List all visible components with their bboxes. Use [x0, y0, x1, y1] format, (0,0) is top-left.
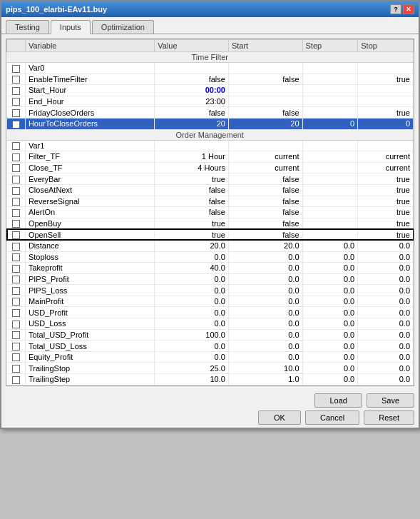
- variable-stop[interactable]: [358, 63, 414, 74]
- variable-stop[interactable]: current: [358, 162, 414, 173]
- variable-step[interactable]: [302, 229, 358, 241]
- variable-value[interactable]: 0.0: [155, 318, 229, 330]
- variable-checkbox[interactable]: [12, 353, 20, 361]
- variable-start[interactable]: [228, 140, 302, 151]
- variable-start[interactable]: false: [228, 74, 302, 85]
- checkbox-cell[interactable]: [7, 196, 26, 207]
- inputs-table-container[interactable]: Variable Value Start Step Stop Time Filt…: [6, 39, 414, 386]
- variable-value[interactable]: 0.0: [155, 341, 229, 352]
- variable-stop[interactable]: true: [358, 184, 414, 196]
- checkbox-cell[interactable]: [7, 273, 26, 285]
- variable-stop[interactable]: true: [358, 218, 414, 229]
- variable-start[interactable]: 0.0: [228, 251, 302, 263]
- variable-start[interactable]: false: [228, 173, 302, 185]
- variable-checkbox[interactable]: [12, 287, 20, 295]
- variable-stop[interactable]: 0.0: [358, 273, 414, 285]
- tab-testing[interactable]: Testing: [6, 20, 49, 34]
- variable-value[interactable]: true: [155, 173, 229, 185]
- variable-checkbox[interactable]: [12, 76, 20, 84]
- checkbox-cell[interactable]: [7, 162, 26, 173]
- variable-start[interactable]: false: [228, 184, 302, 196]
- variable-stop[interactable]: true: [358, 107, 414, 119]
- variable-checkbox[interactable]: [12, 343, 20, 351]
- variable-step[interactable]: 0.0: [302, 307, 358, 318]
- ok-button[interactable]: OK: [258, 410, 301, 425]
- variable-step[interactable]: 0.0: [302, 341, 358, 352]
- variable-step[interactable]: [302, 218, 358, 229]
- save-button[interactable]: Save: [367, 393, 414, 408]
- variable-checkbox[interactable]: [12, 265, 20, 273]
- variable-step[interactable]: [302, 184, 358, 196]
- variable-value[interactable]: 0.0: [155, 307, 229, 318]
- variable-step[interactable]: 0.0: [302, 273, 358, 285]
- checkbox-cell[interactable]: [7, 351, 26, 363]
- variable-checkbox[interactable]: [12, 321, 20, 328]
- checkbox-cell[interactable]: [7, 251, 26, 263]
- variable-checkbox[interactable]: [12, 209, 20, 217]
- variable-stop[interactable]: 0.0: [358, 374, 414, 386]
- variable-stop[interactable]: true: [358, 229, 414, 241]
- variable-checkbox[interactable]: [12, 198, 20, 206]
- variable-start[interactable]: 0.0: [228, 307, 302, 318]
- variable-start[interactable]: 1.0: [228, 374, 302, 386]
- variable-stop[interactable]: 0.0: [358, 240, 414, 251]
- checkbox-cell[interactable]: [7, 329, 26, 341]
- variable-start[interactable]: 0.0: [228, 296, 302, 307]
- variable-value[interactable]: 100.0: [155, 329, 229, 341]
- checkbox-cell[interactable]: [7, 218, 26, 229]
- variable-checkbox[interactable]: [12, 231, 20, 239]
- checkbox-cell[interactable]: [7, 151, 26, 163]
- variable-value[interactable]: false: [155, 74, 229, 85]
- variable-stop[interactable]: true: [358, 173, 414, 185]
- variable-value[interactable]: 1 Hour: [155, 151, 229, 163]
- variable-stop[interactable]: true: [358, 207, 414, 218]
- variable-value[interactable]: [155, 63, 229, 74]
- variable-start[interactable]: 0.0: [228, 273, 302, 285]
- checkbox-cell[interactable]: [7, 85, 26, 96]
- checkbox-cell[interactable]: [7, 140, 26, 151]
- variable-start[interactable]: [228, 96, 302, 107]
- variable-start[interactable]: 20: [228, 118, 302, 129]
- variable-stop[interactable]: [358, 96, 414, 107]
- cancel-button[interactable]: Cancel: [305, 410, 359, 425]
- variable-stop[interactable]: [358, 85, 414, 96]
- variable-checkbox[interactable]: [12, 109, 20, 117]
- checkbox-cell[interactable]: [7, 184, 26, 196]
- variable-step[interactable]: [302, 96, 358, 107]
- variable-checkbox[interactable]: [12, 276, 20, 283]
- checkbox-cell[interactable]: [7, 63, 26, 74]
- load-button[interactable]: Load: [314, 393, 362, 408]
- variable-stop[interactable]: 0.0: [358, 307, 414, 318]
- variable-step[interactable]: [302, 107, 358, 119]
- variable-checkbox[interactable]: [12, 65, 20, 73]
- variable-start[interactable]: false: [228, 218, 302, 229]
- variable-step[interactable]: [302, 196, 358, 207]
- checkbox-cell[interactable]: [7, 307, 26, 318]
- variable-step[interactable]: 0.0: [302, 296, 358, 307]
- variable-value[interactable]: 00:00: [155, 85, 229, 96]
- variable-value[interactable]: 4 Hours: [155, 162, 229, 173]
- variable-stop[interactable]: 0.0: [358, 285, 414, 296]
- variable-step[interactable]: 0: [302, 118, 358, 129]
- checkbox-cell[interactable]: [7, 240, 26, 251]
- variable-step[interactable]: [302, 207, 358, 218]
- reset-button[interactable]: Reset: [364, 410, 414, 425]
- variable-step[interactable]: 0.0: [302, 351, 358, 363]
- variable-step[interactable]: 0.0: [302, 251, 358, 263]
- variable-value[interactable]: 25.0: [155, 363, 229, 374]
- variable-checkbox[interactable]: [12, 121, 20, 129]
- variable-start[interactable]: [228, 85, 302, 96]
- variable-step[interactable]: [302, 140, 358, 151]
- variable-value[interactable]: 23:00: [155, 96, 229, 107]
- variable-value[interactable]: 20.0: [155, 240, 229, 251]
- variable-start[interactable]: false: [228, 229, 302, 241]
- variable-value[interactable]: 40.0: [155, 263, 229, 274]
- variable-stop[interactable]: true: [358, 196, 414, 207]
- variable-step[interactable]: [302, 173, 358, 185]
- variable-checkbox[interactable]: [12, 376, 20, 384]
- checkbox-cell[interactable]: [7, 96, 26, 107]
- variable-stop[interactable]: current: [358, 151, 414, 163]
- variable-checkbox[interactable]: [12, 365, 20, 373]
- variable-value[interactable]: true: [155, 218, 229, 229]
- checkbox-cell[interactable]: [7, 207, 26, 218]
